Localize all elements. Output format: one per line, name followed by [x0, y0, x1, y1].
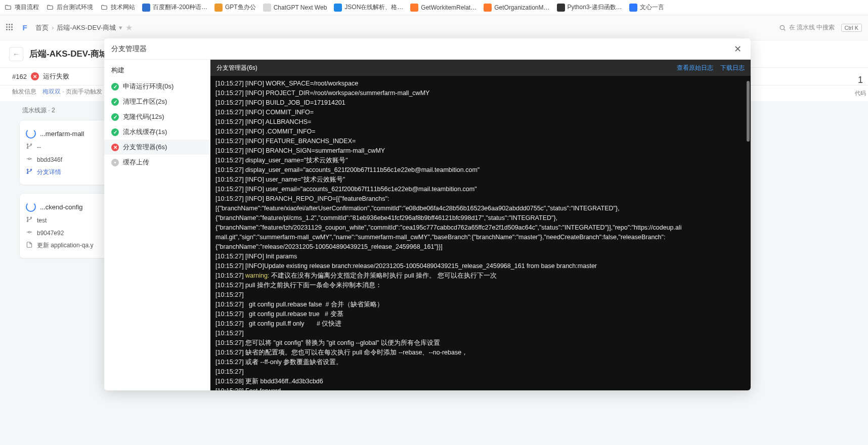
back-button[interactable]: ←: [9, 47, 23, 61]
log-output[interactable]: [10:15:27] [INFO] WORK_SPACE=/root/works…: [210, 76, 751, 390]
log-line: [{"branchName":"feature/xiaofei/afterUse…: [215, 204, 746, 213]
close-icon[interactable]: ✕: [731, 43, 744, 55]
modal-title: 分支管理器: [111, 45, 147, 54]
bookmark-item[interactable]: GPT鱼办公: [214, 3, 256, 12]
source-row-text: b9047e92: [37, 230, 64, 237]
log-line: mall.git","sign":"summerfarm-mall_cwMY",…: [215, 233, 746, 242]
build-step[interactable]: 清理工作区(2s): [104, 94, 210, 109]
breadcrumb-home[interactable]: 首页: [35, 23, 49, 32]
bookmark-item[interactable]: 文心一言: [629, 3, 664, 12]
app-icon: [142, 4, 150, 12]
svg-point-14: [28, 231, 30, 233]
svg-point-13: [30, 217, 31, 218]
svg-point-5: [28, 158, 30, 160]
source-row-text: 更新 application-qa.y: [37, 241, 93, 250]
search-hint[interactable]: 在 流水线 中搜索: [779, 23, 835, 32]
log-line: [10:15:27] [INFO] FEATURE_BRANCHS_INDEX=: [215, 137, 746, 146]
bookmark-item[interactable]: 技术网站: [100, 3, 135, 12]
build-step-label: 克隆代码(12s): [123, 112, 164, 121]
log-line: [10:15:27] [INFO] WORK_SPACE=/root/works…: [215, 79, 746, 88]
build-number: #162: [12, 73, 27, 80]
build-step[interactable]: 流水线缓存(1s): [104, 124, 210, 140]
log-line: [10:15:27] display_user_email="accounts_…: [215, 165, 746, 175]
build-step[interactable]: 分支管理器(6s): [104, 140, 210, 155]
app-icon: [484, 4, 492, 12]
bookmark-item[interactable]: 百度翻译-200种语…: [142, 3, 207, 12]
trigger-user[interactable]: 梅双双: [42, 88, 61, 95]
download-log-link[interactable]: 下载日志: [720, 64, 745, 72]
view-raw-log-link[interactable]: 查看原始日志: [677, 64, 713, 72]
check-icon: [111, 83, 119, 91]
source-row-text: test: [37, 217, 47, 224]
source-card[interactable]: ...merfarm-mall--bbdd346f分支详情: [19, 120, 113, 185]
right-gutter: 1 代码: [853, 75, 868, 97]
log-line: [10:15:27] git config pull.rebase false …: [215, 300, 746, 309]
log-title: 分支管理器(6s): [216, 64, 257, 72]
caret-down-icon[interactable]: ▾: [119, 24, 122, 31]
breadcrumb: 首页 › 后端-AKS-DEV-商城 ▾ ★: [35, 23, 133, 32]
svg-point-4: [30, 144, 31, 145]
app-icon: [214, 4, 223, 12]
log-line: [10:15:27] warning: 不建议在没有为偏离分支指定合并策略时执行…: [215, 271, 746, 281]
steps-header: 构建: [104, 63, 210, 79]
file-icon: [26, 241, 33, 250]
log-line: [10:15:27] [INFO] user_email="accounts_6…: [215, 185, 746, 194]
build-step[interactable]: 缓存上传: [104, 155, 210, 170]
source-card-row: 更新 application-qa.y: [25, 239, 108, 252]
bookmark-item[interactable]: 后台测试环境: [46, 3, 93, 12]
build-step[interactable]: 克隆代码(12s): [104, 109, 210, 124]
build-step-label: 申请运行环境(0s): [123, 82, 173, 91]
source-row-text: --: [37, 144, 41, 151]
bookmark-label: 技术网站: [111, 3, 135, 12]
log-line: [10:15:27] pull 操作之前执行下面一条命令来抑制本消息：: [215, 281, 746, 290]
branch-icon: [26, 143, 33, 151]
source-row-text: 分支详情: [37, 168, 61, 176]
log-line: [10:15:27] [INFO] PROJECT_DIR=/root/work…: [215, 88, 746, 98]
bookmark-label: JSON在线解析、格…: [344, 3, 403, 12]
log-line: [10:15:27]: [215, 329, 746, 338]
log-line: [10:15:27] git config pull.rebase true #…: [215, 309, 746, 319]
app-icon: [334, 4, 342, 12]
source-card-row: bbdd346f: [25, 153, 108, 166]
branch-icon: [26, 216, 33, 225]
log-line: [10:15:27] [INFO] ALLBRANCHS=: [215, 117, 746, 127]
commit-icon: [26, 155, 33, 164]
build-steps-list: 构建 申请运行环境(0s)清理工作区(2s)克隆代码(12s)流水线缓存(1s)…: [104, 60, 210, 390]
app-icon: [263, 4, 271, 12]
modal-header: 分支管理器 ✕: [104, 38, 751, 60]
commit-icon: [26, 229, 33, 237]
bookmark-label: ChatGPT Next Web: [274, 4, 327, 11]
chevron-right-icon: ›: [52, 24, 54, 31]
brand-logo[interactable]: F: [19, 22, 30, 33]
bookmark-label: Python3-递归函数…: [568, 3, 622, 12]
bookmark-item[interactable]: GetWorkitemRelat…: [410, 4, 476, 12]
log-line: [10:15:27] [INFO]Update existing release…: [215, 261, 746, 271]
star-icon[interactable]: ★: [125, 23, 133, 32]
source-card-row[interactable]: 分支详情: [25, 166, 108, 179]
svg-point-12: [27, 220, 28, 221]
svg-point-11: [27, 217, 28, 218]
folder-icon: [46, 4, 54, 12]
log-line: [10:15:27] [INFO] BUILD_JOB_ID=171914201: [215, 98, 746, 108]
bookmark-item[interactable]: ChatGPT Next Web: [263, 4, 327, 12]
bookmark-item[interactable]: 项目流程: [4, 3, 39, 12]
build-step-label: 清理工作区(2s): [123, 97, 167, 106]
dot-sep: ·: [62, 88, 64, 95]
bookmark-item[interactable]: GetOrganizationM…: [484, 4, 549, 12]
bookmark-label: 文心一言: [640, 3, 664, 12]
pipeline-sources-panel: 流水线源 · 2 ...merfarm-mall--bbdd346f分支详情..…: [19, 106, 113, 266]
source-card-row: b9047e92: [25, 227, 108, 239]
bookmark-item[interactable]: JSON在线解析、格…: [334, 3, 403, 12]
check-icon: [111, 113, 119, 121]
folder-icon: [100, 4, 108, 12]
bookmark-item[interactable]: Python3-递归函数…: [557, 3, 622, 12]
log-line: [10:15:27] [INFO] user_name="技术云效账号": [215, 175, 746, 185]
page-title: 后端-AKS-DEV-商城: [29, 48, 108, 60]
scrollbar-thumb[interactable]: [747, 81, 750, 142]
breadcrumb-current[interactable]: 后端-AKS-DEV-商城: [57, 23, 116, 32]
svg-point-9: [27, 172, 28, 173]
build-step[interactable]: 申请运行环境(0s): [104, 79, 210, 94]
source-card[interactable]: ...ckend-configtestb9047e92更新 applicatio…: [19, 193, 113, 258]
apps-grid-icon[interactable]: [6, 24, 14, 32]
source-row-text: bbdd346f: [37, 156, 62, 163]
